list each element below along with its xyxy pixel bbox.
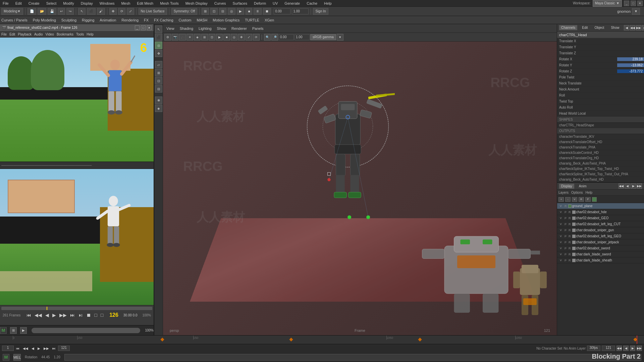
- fwd-btn[interactable]: ▶▶: [58, 312, 68, 318]
- menu-create[interactable]: Create: [27, 1, 41, 5]
- mark-out-btn[interactable]: □: [100, 312, 104, 318]
- play-first-btn[interactable]: ⏮: [25, 312, 32, 318]
- menu-meshtools[interactable]: Mesh Tools: [159, 1, 180, 5]
- toolbar2-fx[interactable]: FX: [144, 18, 149, 22]
- vp-time-input[interactable]: [279, 34, 294, 40]
- minimize-btn[interactable]: _: [624, 1, 629, 6]
- cb-tab-show[interactable]: Show: [609, 25, 621, 30]
- toolbar2-turtle[interactable]: TURTLE: [245, 18, 259, 22]
- menu-deform[interactable]: Deform: [253, 1, 267, 5]
- vm-video[interactable]: Video: [46, 33, 54, 36]
- video-maximize[interactable]: □: [141, 25, 146, 30]
- vm-bookmarks[interactable]: Bookmarks: [57, 33, 73, 36]
- vp-time-input2[interactable]: [294, 34, 310, 40]
- toolbar2-custom[interactable]: Custom: [179, 18, 192, 22]
- vp-tb-12[interactable]: ⤢: [246, 34, 252, 41]
- layer-desabot-geo[interactable]: V P R char02:desabot_GEO: [557, 215, 644, 221]
- save-btn[interactable]: 💾: [48, 8, 56, 15]
- vp-shading[interactable]: Shading: [178, 26, 195, 31]
- layer-sniper-jetpack[interactable]: V P R char:desabot_sniper_jetpack: [557, 239, 644, 245]
- layer-v-7[interactable]: V: [558, 246, 563, 251]
- pb-back[interactable]: ◀: [31, 347, 35, 350]
- vp-tb-8[interactable]: ▶: [216, 34, 223, 41]
- open-btn[interactable]: 📂: [38, 8, 46, 15]
- tool-t5[interactable]: ❋: [155, 97, 162, 104]
- viewport-3d[interactable]: RRCG 人人素材 RRCG 人人素材 RRCG 人人素材: [163, 42, 557, 335]
- command-field[interactable]: [64, 354, 641, 361]
- tool-t3[interactable]: ⊡: [155, 77, 162, 84]
- range-end[interactable]: 121: [58, 346, 70, 351]
- options-label[interactable]: Options: [571, 191, 583, 194]
- menu-surfaces[interactable]: Surfaces: [231, 1, 249, 5]
- toolbar2-animation[interactable]: Animation: [100, 18, 116, 22]
- layer-vis-btn[interactable]: V: [572, 197, 577, 202]
- loop-btn[interactable]: ⏯: [77, 312, 84, 318]
- undo-btn[interactable]: ↩: [58, 8, 65, 15]
- layer-color-swatch[interactable]: [592, 197, 597, 202]
- menu-cache[interactable]: Cache: [305, 1, 319, 5]
- vi-1[interactable]: ⊞: [10, 327, 17, 334]
- rp-btn-3[interactable]: ▶▶: [636, 25, 641, 31]
- pb-skip-start[interactable]: ⏮: [15, 347, 20, 350]
- cb-tab-channels[interactable]: Channels: [559, 25, 577, 30]
- layers-label[interactable]: Layers: [558, 191, 569, 194]
- layer-new-btn[interactable]: +: [558, 197, 564, 202]
- fps-field[interactable]: 30fps: [587, 346, 600, 351]
- rp-btn-1[interactable]: ◀: [624, 25, 629, 31]
- pb-play[interactable]: ▶: [37, 347, 41, 350]
- rp-btn-2[interactable]: ◀◀: [630, 25, 635, 31]
- menu-windows[interactable]: Windows: [98, 1, 116, 5]
- mark-in-btn[interactable]: □: [93, 312, 98, 318]
- vm-playback[interactable]: Playback: [18, 33, 32, 36]
- menu-help[interactable]: Help: [323, 1, 333, 5]
- tool7[interactable]: ⏸: [254, 8, 262, 15]
- layer-playback-btn[interactable]: P: [585, 197, 591, 202]
- layer-del-btn[interactable]: -: [565, 197, 571, 202]
- rotate-tool[interactable]: ⟳: [118, 8, 125, 15]
- layer-v-1[interactable]: V: [558, 210, 563, 215]
- menu-display[interactable]: Display: [79, 1, 94, 5]
- layer-v-5[interactable]: V: [558, 234, 563, 239]
- mode-dropdown[interactable]: Modeling ▼: [1, 8, 23, 15]
- layer-desabot-sword[interactable]: V P R char02:desabot_sword: [557, 245, 644, 251]
- vp-panels[interactable]: Panels: [251, 26, 265, 31]
- menu-file[interactable]: File: [1, 1, 10, 5]
- vp-tb-7[interactable]: ⊡: [209, 34, 215, 41]
- select-tool[interactable]: ↖: [78, 8, 86, 15]
- menu-modify[interactable]: Modify: [62, 1, 75, 5]
- vp-renderer[interactable]: Renderer: [230, 26, 248, 31]
- vp-tb-15[interactable]: 🔎: [271, 34, 278, 41]
- tl-btn-1[interactable]: ◀◀: [616, 346, 622, 351]
- vp-tb-9[interactable]: ■: [223, 34, 230, 41]
- back-btn[interactable]: ◀: [44, 312, 50, 318]
- shapes-section[interactable]: SHAPES: [557, 117, 644, 123]
- tool1[interactable]: ⊞: [202, 8, 209, 15]
- vp-tb-1[interactable]: ⚙: [164, 34, 171, 41]
- step-back-btn[interactable]: ◀◀: [34, 312, 43, 318]
- close-btn[interactable]: ✕: [637, 1, 643, 6]
- tool-t4[interactable]: ⊟: [155, 85, 162, 93]
- vp-tb-13[interactable]: ⟳: [253, 34, 260, 41]
- vm-help[interactable]: Help: [87, 33, 94, 36]
- tool-select[interactable]: ↖: [155, 25, 162, 33]
- cb-tab-edit[interactable]: Edit: [580, 25, 590, 30]
- redo-btn[interactable]: ↪: [66, 8, 74, 15]
- layer-ground-plane[interactable]: V R ground_plane: [557, 203, 644, 209]
- layer-v-0[interactable]: V: [558, 204, 563, 208]
- toolbar2-mash[interactable]: MASH: [197, 18, 207, 22]
- layer-v-9[interactable]: V: [558, 258, 563, 263]
- layer-left-leg-geo[interactable]: V P R char02:desabot_left_leg_GEO: [557, 233, 644, 239]
- anim-tab[interactable]: Anim: [577, 184, 589, 189]
- rp-btn-4[interactable]: ▶: [642, 25, 644, 31]
- menu-uv[interactable]: UV: [271, 1, 279, 5]
- menu-select[interactable]: Select: [45, 1, 58, 5]
- vp-lighting[interactable]: Lighting: [197, 26, 213, 31]
- pb-fwd[interactable]: ▶▶: [43, 347, 50, 350]
- tool-t2[interactable]: ⊞: [155, 69, 162, 76]
- menu-generate[interactable]: Generate: [283, 1, 301, 5]
- play-last-btn[interactable]: ⏭: [69, 312, 76, 318]
- scale-tool[interactable]: ⤢: [127, 8, 134, 15]
- layers-help[interactable]: Help: [585, 191, 592, 194]
- layer-dark-blade-sheath[interactable]: V P R char:dark_blade_sheath: [557, 257, 644, 263]
- workspace-dropdown[interactable]: Maya Classic ▼: [593, 0, 622, 7]
